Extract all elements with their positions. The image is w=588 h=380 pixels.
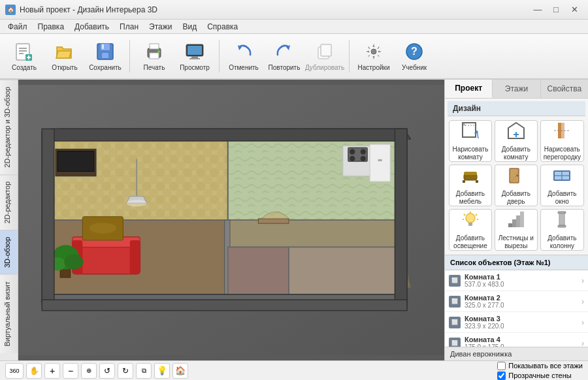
tool-light[interactable]: 💡 xyxy=(154,363,170,379)
undo-icon xyxy=(233,41,254,62)
toolbar-print-label: Печать xyxy=(144,64,165,71)
canvas-area[interactable] xyxy=(18,80,444,360)
btn-add-room[interactable]: Добавить комнату xyxy=(495,120,538,162)
btn-add-door-label: Добавить дверь xyxy=(498,190,534,206)
tool-copy[interactable]: ⧉ xyxy=(136,363,152,379)
tool-rotate-right[interactable]: ↻ xyxy=(118,363,133,379)
svg-line-98 xyxy=(464,214,465,215)
toolbar-undo[interactable]: Отменить xyxy=(225,37,263,75)
btn-add-window[interactable]: Добавить окно xyxy=(540,165,584,206)
checkbox-transparent-walls[interactable]: Прозрачные стены xyxy=(497,372,583,380)
tab-project[interactable]: Проект xyxy=(445,80,493,98)
tool-pan[interactable]: ✋ xyxy=(26,363,42,379)
tab-vr[interactable]: Виртуальный визит xyxy=(0,274,18,353)
room-info-4: Комната 4 175.0 x 175.0 xyxy=(465,336,578,347)
toolbar-settings[interactable]: Настройки xyxy=(355,37,393,75)
tool-rotate-left[interactable]: ↺ xyxy=(99,363,115,379)
checkbox-show-floors[interactable]: Показывать все этажи xyxy=(497,362,583,370)
toolbar-duplicate[interactable]: Дублировать xyxy=(306,37,344,75)
menu-edit[interactable]: Правка xyxy=(33,21,70,33)
list-item[interactable]: ⬜ Комната 1 537.0 x 483.0 › xyxy=(445,270,588,291)
settings-icon xyxy=(363,41,384,62)
toolbar-preview-label: Просмотр xyxy=(180,64,210,71)
toolbar-print[interactable]: Печать xyxy=(135,37,173,75)
svg-rect-86 xyxy=(463,180,465,183)
tab-3d[interactable]: 3D-обзор xyxy=(0,230,18,274)
toolbar-create[interactable]: Создать xyxy=(5,37,43,75)
status-tools: 360 ✋ + − ⊕ ↺ ↻ ⧉ 💡 🏠 xyxy=(5,363,188,379)
svg-point-58 xyxy=(350,156,355,161)
svg-rect-44 xyxy=(57,151,94,171)
svg-point-57 xyxy=(361,149,366,154)
minimize-button[interactable]: — xyxy=(529,3,546,16)
arrow-3: › xyxy=(581,318,584,327)
toolbar-tutorial[interactable]: ? Учебник xyxy=(395,37,433,75)
menu-bar: Файл Правка Добавить План Этажи Вид Спра… xyxy=(0,20,588,34)
tab-2d[interactable]: 2D-редактор xyxy=(0,174,18,230)
transparent-walls-input[interactable] xyxy=(497,372,506,380)
toolbar-redo[interactable]: Повторить xyxy=(265,37,303,75)
tab-floors[interactable]: Этажи xyxy=(493,80,540,98)
maximize-button[interactable]: □ xyxy=(547,3,564,16)
btn-draw-room[interactable]: Нарисовать комнату xyxy=(449,120,492,162)
btn-draw-room-label: Нарисовать комнату xyxy=(452,146,489,161)
print-icon xyxy=(144,41,165,62)
svg-point-14 xyxy=(157,50,160,53)
btn-add-furniture[interactable]: Добавить мебель xyxy=(449,165,492,206)
toolbar-open[interactable]: Открыть xyxy=(46,37,84,75)
svg-marker-66 xyxy=(289,247,397,294)
svg-rect-74 xyxy=(42,129,54,304)
tool-360[interactable]: 360 xyxy=(5,363,24,379)
close-button[interactable]: ✕ xyxy=(566,3,583,16)
add-furniture-icon xyxy=(461,166,480,187)
draw-room-icon xyxy=(461,121,480,143)
svg-rect-108 xyxy=(558,225,566,227)
menu-help[interactable]: Справка xyxy=(202,21,243,33)
add-window-icon xyxy=(553,166,571,187)
svg-rect-102 xyxy=(508,223,512,227)
show-floors-input[interactable] xyxy=(497,362,506,370)
toolbar-create-label: Создать xyxy=(12,64,37,71)
tool-home[interactable]: 🏠 xyxy=(172,363,188,379)
menu-file[interactable]: Файл xyxy=(3,21,33,33)
object-list[interactable]: ⬜ Комната 1 537.0 x 483.0 › ⬜ Комната 2 … xyxy=(445,270,588,347)
svg-text:?: ? xyxy=(411,46,417,57)
svg-marker-67 xyxy=(228,247,289,294)
btn-add-column[interactable]: Добавить колонну xyxy=(540,209,584,251)
btn-stairs[interactable]: Лестницы и вырезы xyxy=(495,209,538,251)
tool-fit[interactable]: ⊕ xyxy=(81,363,97,379)
menu-add[interactable]: Добавить xyxy=(69,21,114,33)
tab-2d-3d[interactable]: 2D-редактор и 3D-обзор xyxy=(0,80,18,174)
menu-plan[interactable]: План xyxy=(114,21,144,33)
list-item[interactable]: ⬜ Комната 3 323.9 x 220.0 › xyxy=(445,312,588,333)
list-item[interactable]: ⬜ Комната 4 175.0 x 175.0 › xyxy=(445,333,588,347)
room-size-1: 537.0 x 483.0 xyxy=(465,281,578,288)
toolbar-save[interactable]: Сохранить xyxy=(86,37,124,75)
list-item[interactable]: ⬜ Комната 2 325.0 x 277.0 › xyxy=(445,291,588,312)
menu-floors[interactable]: Этажи xyxy=(144,21,177,33)
object-list-header: Список объектов (Этаж №1) xyxy=(445,255,588,270)
tool-zoom-in[interactable]: + xyxy=(44,363,60,379)
tab-properties[interactable]: Свойства xyxy=(541,80,588,98)
draw-partition-icon xyxy=(553,121,571,143)
duplicate-icon xyxy=(314,41,335,62)
svg-rect-18 xyxy=(189,58,200,59)
room-info-1: Комната 1 537.0 x 483.0 xyxy=(465,273,578,288)
svg-rect-17 xyxy=(191,56,198,58)
svg-rect-96 xyxy=(468,223,472,226)
btn-draw-partition[interactable]: Нарисовать перегородку xyxy=(540,120,584,162)
tool-zoom-out[interactable]: − xyxy=(63,363,78,379)
add-column-icon xyxy=(553,210,571,232)
room-icon-4: ⬜ xyxy=(449,338,461,347)
toolbar-preview[interactable]: Просмотр xyxy=(176,37,214,75)
svg-rect-87 xyxy=(476,180,478,183)
btn-add-light[interactable]: Добавить освещение xyxy=(449,209,492,251)
toolbar-undo-label: Отменить xyxy=(229,64,259,71)
separator-2 xyxy=(219,40,220,72)
menu-view[interactable]: Вид xyxy=(177,21,202,33)
room-name-4: Комната 4 xyxy=(465,336,578,343)
btn-add-door[interactable]: Добавить дверь xyxy=(495,165,538,206)
tutorial-icon: ? xyxy=(404,41,425,62)
right-panel: Проект Этажи Свойства Дизайн Нарисовать … xyxy=(444,80,588,360)
btn-add-furniture-label: Добавить мебель xyxy=(452,190,489,206)
